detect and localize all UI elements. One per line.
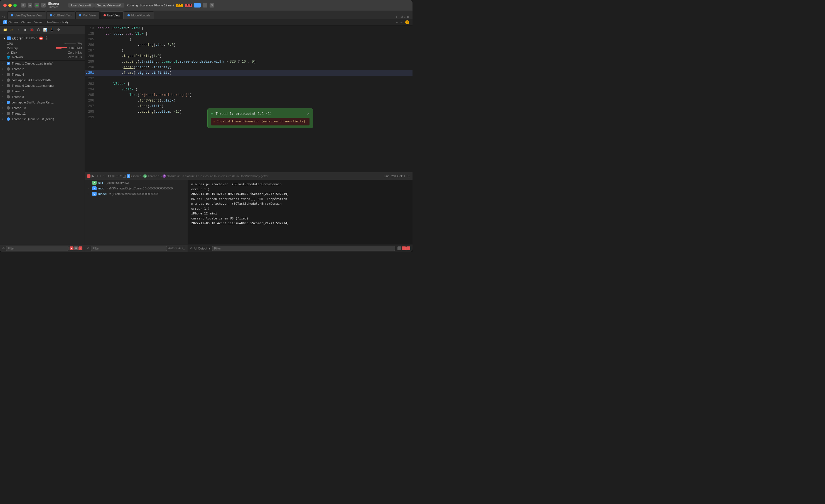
file-tabs-bar: ‹ › UserDayTracesView ColBreakTest MainV…	[0, 11, 412, 19]
debug-stop-button[interactable]	[87, 174, 90, 178]
debug-vars-btn[interactable]: ⊡	[108, 174, 111, 178]
editor-expand-button[interactable]: ⊡	[407, 174, 410, 178]
thread-item-7[interactable]: › Thread 7	[0, 88, 85, 94]
process-item[interactable]: ▼ i iScorer PID 21277 ⛔ ⓘ	[0, 35, 85, 41]
branch-button[interactable]: ⎇	[41, 3, 46, 7]
layout-toggle-button[interactable]: ⊡	[210, 3, 214, 7]
file-tab-settingsview-top[interactable]: SettingsView.swift	[94, 3, 125, 7]
console-output-label[interactable]: All Output ▼	[194, 247, 211, 250]
run-button[interactable]: ▶	[34, 3, 39, 7]
close-button[interactable]	[3, 4, 7, 7]
line-number: 292	[85, 76, 97, 81]
console-trash-btn[interactable]	[397, 246, 401, 250]
search-icon[interactable]: ⌕	[16, 27, 21, 32]
console-line: 2022-11-05 10:42:02.111076+0800 iScorer[…	[191, 221, 409, 226]
debug-mem-btn[interactable]: ⊞	[112, 174, 115, 178]
thread-item-1[interactable]: › 1 Thread 1 Queue: c...ad (serial)	[0, 61, 85, 66]
add-editor-button[interactable]: +	[203, 3, 207, 7]
cloud-icon	[194, 3, 201, 7]
file-tab-label: MainView	[83, 14, 96, 17]
thread-item-12[interactable]: › Thread 12 Queue: c...st (serial)	[0, 116, 85, 122]
console-stop-btn[interactable]	[402, 246, 406, 250]
split-editor-button[interactable]: ⇄	[400, 15, 403, 19]
popup-close-button[interactable]: ✕	[307, 111, 309, 116]
file-tab-label: Model+Locale	[131, 14, 150, 17]
app-branch-label: master	[49, 6, 58, 9]
nav-back-button[interactable]: ‹	[2, 15, 3, 19]
file-tab-userdaytracesview[interactable]: UserDayTracesView	[7, 11, 46, 19]
add-tab-button[interactable]: +	[394, 15, 399, 19]
thread-item-10[interactable]: › Thread 10	[0, 105, 85, 111]
var-item-self[interactable]: › A self (iScorer.UserView)	[85, 180, 188, 185]
thread-item-2[interactable]: › Thread 2	[0, 66, 85, 72]
console-filter-input[interactable]	[212, 246, 395, 251]
folder-icon[interactable]: 📁	[2, 27, 8, 32]
eye-icon[interactable]: 👁	[178, 247, 181, 250]
vars-filter-input[interactable]	[91, 246, 167, 251]
breadcrumb-next-button[interactable]: →	[400, 21, 403, 24]
file-tab-userview-top[interactable]: UserView.swift	[68, 3, 93, 7]
thread-item-swiftui[interactable]: › com.apple.SwiftUI.AsyncRen...	[0, 100, 85, 105]
expand-icon: ›	[2, 84, 5, 87]
thread-item-8[interactable]: › Thread 8	[0, 94, 85, 100]
file-tab-userview[interactable]: UserView	[100, 11, 124, 19]
debug-icon[interactable]: 🐞	[29, 27, 34, 32]
debug-queue-btn[interactable]: ≡	[120, 174, 122, 178]
breadcrumb-iscorer2[interactable]: iScorer	[21, 21, 31, 24]
filter-option-btn[interactable]: ▤	[74, 246, 78, 250]
filter-stop-btn[interactable]: ■	[70, 246, 73, 250]
memory-metric: Memory 116.3 MB	[0, 46, 85, 50]
editor-menu-button[interactable]: ≡	[404, 15, 405, 19]
code-line-286: 286 .padding(.top, 5.0)	[85, 42, 412, 48]
file-tab-dot	[128, 14, 130, 16]
var-item-moc[interactable]: › V moc = (NSManagedObjectContext) 0x000…	[85, 185, 188, 191]
thread-item-4[interactable]: › Thread 4	[0, 72, 85, 77]
nav-forward-button[interactable]: ›	[4, 15, 5, 19]
stop-button[interactable]: ■	[28, 3, 32, 7]
thread-indicator-12	[7, 117, 10, 121]
network-value: Zero KB/s	[68, 55, 82, 59]
device-icon[interactable]: 📱	[49, 27, 55, 32]
debug-step-over-button[interactable]: ↷	[95, 174, 98, 178]
thread-item-11[interactable]: › Thread 11	[0, 111, 85, 116]
sidebar-toggle-button[interactable]: ⊞	[21, 3, 25, 7]
file-tab-dot	[103, 14, 106, 16]
filter-clear-btn[interactable]: ✕	[78, 246, 82, 250]
file-tab-userview-label: UserView.swift	[71, 4, 91, 7]
breadcrumb-body[interactable]: body	[62, 21, 69, 24]
breadcrumb-prev-button[interactable]: ←	[396, 21, 399, 24]
maximize-button[interactable]	[13, 4, 17, 7]
cpu-bar	[65, 43, 76, 44]
source-icon[interactable]: ⚙	[56, 27, 61, 32]
debug-view-btn[interactable]: ◫	[123, 174, 126, 178]
info-icon-small[interactable]: ⓘ	[182, 246, 185, 250]
auto-label[interactable]: Auto ▾	[168, 246, 177, 250]
inspector-toggle-button[interactable]: ▣	[406, 15, 409, 19]
console-clear-btn[interactable]	[406, 246, 410, 250]
warning-filter-button[interactable]: ⚠	[9, 27, 14, 32]
debug-thread-btn[interactable]: ⊟	[116, 174, 119, 178]
code-line-289: 289 .padding(.trailing, CommonUI.screenB…	[85, 59, 412, 65]
breadcrumb-views[interactable]: Views	[34, 21, 42, 24]
thread-item-uikit[interactable]: › com.apple.uikit.eventfetch-th...	[0, 77, 85, 83]
debug-step-into-button[interactable]: ↓	[99, 174, 101, 178]
profile-icon[interactable]: 📊	[42, 27, 48, 32]
debug-step-out-button[interactable]: ↑	[102, 174, 104, 178]
breadcrumb-iscorer[interactable]: iScorer	[8, 21, 18, 24]
minimize-button[interactable]	[8, 4, 12, 7]
sidebar-filter-input[interactable]	[6, 246, 69, 251]
test-icon[interactable]: ⬡	[35, 27, 41, 32]
line-number: 299	[85, 114, 97, 120]
file-tab-mainview[interactable]: MainView	[75, 11, 100, 19]
code-editor[interactable]: 13 struct UserView: View { 135 var body:…	[85, 25, 412, 172]
memory-bar-1	[56, 47, 67, 48]
debug-continue-button[interactable]: ▶	[92, 174, 94, 178]
file-tab-modellocale[interactable]: Model+Locale	[124, 11, 154, 19]
thread-item-6[interactable]: › Thread 6 Queue: c...oncurrent)	[0, 83, 85, 88]
breakpoint-icon[interactable]: ◆	[22, 27, 28, 32]
var-item-model[interactable]: › V model = (iScorer.Model) 0x0000000000…	[85, 191, 188, 197]
line-number: 135	[85, 31, 97, 37]
expand-icon: ›	[88, 192, 90, 195]
file-tab-colbreaktest[interactable]: ColBreakTest	[46, 11, 75, 19]
breadcrumb-userview[interactable]: UserView	[46, 21, 59, 24]
